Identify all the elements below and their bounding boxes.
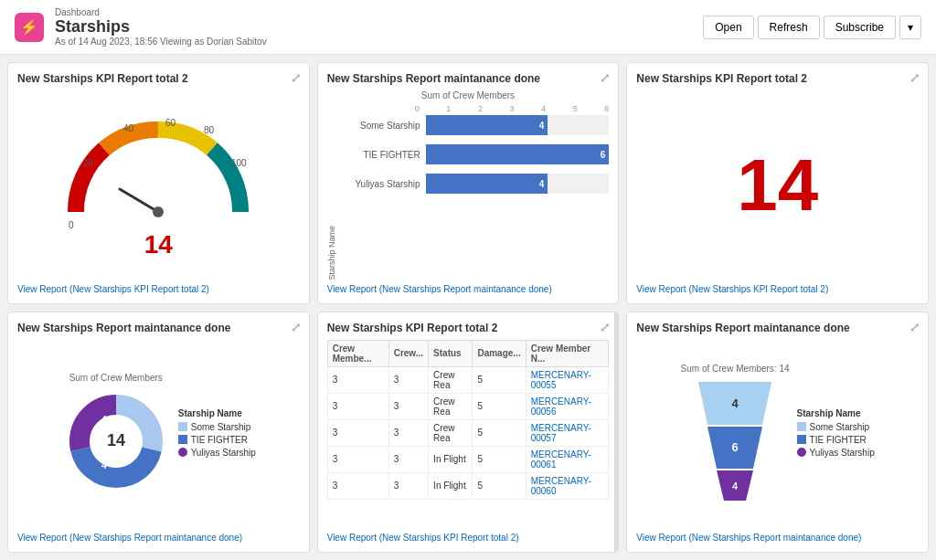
cell-c-2: 3 xyxy=(388,419,428,446)
gauge-svg: 0 20 40 60 80 100 xyxy=(58,111,259,230)
svg-text:80: 80 xyxy=(204,125,215,135)
bar-outer-2: 4 xyxy=(426,174,610,194)
table-expand-icon[interactable]: ⤢ xyxy=(600,320,611,334)
funnel-legend: Starship Name Some Starship TIE FIGHTER … xyxy=(797,408,875,460)
bar-maintenance-card: New Starships Report maintanance done ⤢ … xyxy=(317,62,620,304)
donut-svg: 4 6 4 14 xyxy=(61,386,171,496)
cell-n-0[interactable]: MERCENARY-00055 xyxy=(526,366,609,393)
bar-y-label: Starship Name xyxy=(327,115,336,280)
cell-cm-1: 3 xyxy=(327,393,388,419)
cell-d-3: 5 xyxy=(473,446,526,472)
svg-text:6: 6 xyxy=(136,438,142,448)
col-crew-members: Crew Membe... xyxy=(327,340,388,366)
gauge-kpi-card: New Starships KPI Report total 2 ⤢ 0 20 xyxy=(7,62,310,304)
svg-text:100: 100 xyxy=(231,158,247,168)
legend-label-0: Some Starship xyxy=(191,422,251,432)
gauge-expand-icon[interactable]: ⤢ xyxy=(291,70,302,85)
cell-n-2[interactable]: MERCENARY-00057 xyxy=(526,419,609,446)
cell-s-4: In Flight xyxy=(429,472,473,499)
funnel-legend-label-0: Some Starship xyxy=(810,422,870,432)
table-row: 3 3 Crew Rea 5 MERCENARY-00055 xyxy=(327,366,609,393)
col-damage: Damage... xyxy=(473,340,526,366)
table-row: 3 3 Crew Rea 5 MERCENARY-00057 xyxy=(327,419,609,446)
big-number-kpi-title: New Starships KPI Report total 2 xyxy=(636,72,919,85)
gauge-value: 14 xyxy=(144,230,173,259)
donut-expand-icon[interactable]: ⤢ xyxy=(291,320,302,334)
cell-n-3[interactable]: MERCENARY-00061 xyxy=(526,446,609,472)
cell-d-1: 5 xyxy=(473,393,526,419)
donut-chart-container: Sum of Crew Members 4 6 4 14 xyxy=(17,340,300,530)
subscribe-button[interactable]: Subscribe xyxy=(824,16,896,39)
svg-text:4: 4 xyxy=(732,481,739,491)
col-crew-member-name: Crew Member N... xyxy=(526,340,609,366)
breadcrumb: Dashboard xyxy=(55,7,267,17)
donut-maintenance-title: New Starships Report maintanance done xyxy=(17,322,300,334)
bar-label-1: TIE FIGHTER xyxy=(338,150,420,160)
bar-axis-numbers: 0 1 2 3 4 5 6 xyxy=(327,104,610,113)
cell-d-4: 5 xyxy=(473,472,526,499)
funnel-expand-icon[interactable]: ⤢ xyxy=(909,320,920,334)
scrollbar[interactable] xyxy=(614,312,618,553)
svg-text:4: 4 xyxy=(731,396,739,410)
big-number-value: 14 xyxy=(636,90,919,280)
svg-text:0: 0 xyxy=(69,220,74,230)
table-kpi-link[interactable]: View Report (New Starships KPI Report to… xyxy=(327,529,610,543)
bar-chart-inner: Starship Name Some Starship 4 TIE FIGHTE… xyxy=(327,115,610,280)
svg-text:4: 4 xyxy=(101,415,107,425)
table-kpi-title: New Starships KPI Report total 2 xyxy=(327,322,610,334)
gauge-chart: 0 20 40 60 80 100 14 xyxy=(17,90,300,280)
cell-n-1[interactable]: MERCENARY-00056 xyxy=(526,393,609,419)
funnel-legend-color-2 xyxy=(797,448,806,457)
funnel-chart-container: Sum of Crew Members: 14 4 6 4 Starship N… xyxy=(636,340,919,530)
bar-expand-icon[interactable]: ⤢ xyxy=(600,70,611,85)
big-number-kpi-card: New Starships KPI Report total 2 ⤢ 14 Vi… xyxy=(626,62,929,304)
funnel-legend-item-0: Some Starship xyxy=(797,422,875,432)
app-logo-icon: ⚡ xyxy=(15,13,44,42)
table-scroll-area[interactable]: Crew Membe... Crew... Status Damage... C… xyxy=(327,340,610,530)
cell-cm-0: 3 xyxy=(327,366,388,393)
cell-n-4[interactable]: MERCENARY-00060 xyxy=(526,472,609,499)
open-button[interactable]: Open xyxy=(703,16,753,39)
cell-cm-3: 3 xyxy=(327,446,388,472)
cell-s-3: In Flight xyxy=(429,446,473,472)
bar-row-1: TIE FIGHTER 6 xyxy=(338,144,610,164)
table-body: 3 3 Crew Rea 5 MERCENARY-00055 3 3 Crew … xyxy=(327,366,609,499)
bar-fill-0: 4 xyxy=(426,115,548,135)
bar-chart-rows: Some Starship 4 TIE FIGHTER 6 Yuliyas St… xyxy=(338,115,610,280)
refresh-button[interactable]: Refresh xyxy=(758,16,820,39)
header-actions: Open Refresh Subscribe ▾ xyxy=(703,16,921,39)
gauge-kpi-link[interactable]: View Report (New Starships KPI Report to… xyxy=(17,280,300,294)
svg-text:20: 20 xyxy=(83,158,94,168)
donut-maintenance-link[interactable]: View Report (New Starships Report mainta… xyxy=(17,529,300,543)
table-header: Crew Membe... Crew... Status Damage... C… xyxy=(327,340,609,366)
funnel-legend-label-1: TIE FIGHTER xyxy=(810,435,867,445)
legend-label-2: Yuliyas Starship xyxy=(191,448,256,458)
col-crew: Crew... xyxy=(388,340,428,366)
svg-line-0 xyxy=(120,189,158,212)
funnel-legend-color-0 xyxy=(797,422,806,431)
donut-legend: Starship Name Some Starship TIE FIGHTER … xyxy=(178,408,256,460)
header: ⚡ Dashboard Starships As of 14 Aug 2023,… xyxy=(0,0,936,55)
funnel-maintenance-link[interactable]: View Report (New Starships Report mainta… xyxy=(636,529,919,543)
legend-label-1: TIE FIGHTER xyxy=(191,435,248,445)
dashboard-grid: New Starships KPI Report total 2 ⤢ 0 20 xyxy=(0,55,936,560)
bar-maintenance-link[interactable]: View Report (New Starships Report mainta… xyxy=(327,280,610,294)
svg-text:4: 4 xyxy=(101,460,107,470)
col-status: Status xyxy=(429,340,473,366)
legend-item-2: Yuliyas Starship xyxy=(178,448,256,458)
donut-chart-title: Sum of Crew Members xyxy=(69,373,163,383)
big-number-expand-icon[interactable]: ⤢ xyxy=(909,70,920,85)
cell-s-0: Crew Rea xyxy=(429,366,473,393)
donut-maintenance-card: New Starships Report maintanance done ⤢ … xyxy=(7,312,310,554)
bar-fill-1: 6 xyxy=(426,144,610,164)
big-number-kpi-link[interactable]: View Report (New Starships KPI Report to… xyxy=(636,280,919,294)
legend-color-1 xyxy=(178,435,187,444)
bar-fill-2: 4 xyxy=(426,174,548,194)
funnel-legend-item-1: TIE FIGHTER xyxy=(797,435,875,445)
dropdown-button[interactable]: ▾ xyxy=(899,16,921,39)
table-row: 3 3 In Flight 5 MERCENARY-00060 xyxy=(327,472,609,499)
funnel-maintenance-title: New Starships Report maintanance done xyxy=(636,322,919,334)
kpi-table: Crew Membe... Crew... Status Damage... C… xyxy=(327,340,610,500)
bar-maintenance-title: New Starships Report maintanance done xyxy=(327,72,610,85)
svg-point-1 xyxy=(153,206,164,217)
